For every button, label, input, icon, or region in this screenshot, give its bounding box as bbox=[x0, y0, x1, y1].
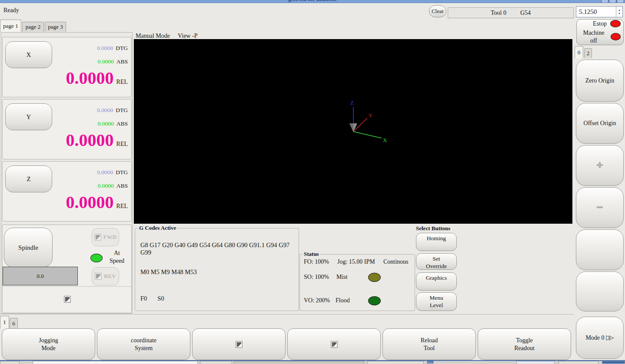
mode-button[interactable]: Mode 0 ▷▷ bbox=[576, 317, 624, 359]
tab-page-1[interactable]: page 1 bbox=[0, 20, 21, 32]
clear-button[interactable]: Clear bbox=[429, 5, 446, 17]
mist-label: Mist bbox=[336, 274, 348, 281]
blank-icon-button-2[interactable] bbox=[287, 328, 381, 360]
tab-page-3[interactable]: page 3 bbox=[45, 22, 66, 32]
estop-row[interactable]: Estop bbox=[579, 20, 621, 28]
button-label: Jogging Mode bbox=[39, 337, 58, 352]
offset-origin-button[interactable]: Offset Origin bbox=[576, 103, 624, 144]
button-label: Reload Tool bbox=[421, 337, 438, 352]
minus-button[interactable]: − bbox=[576, 187, 624, 228]
select-buttons-title: Select Buttons bbox=[416, 225, 450, 232]
toggle-readout-button[interactable]: Toggle Readout bbox=[478, 328, 571, 360]
abs-label: ABS bbox=[116, 58, 128, 65]
dro-panel-y: Y 0.0000 DTG 0.0000 ABS 0.0000 REL bbox=[2, 99, 132, 159]
button-label: Homing bbox=[427, 235, 446, 242]
estop-box: Estop Machine off bbox=[576, 19, 624, 45]
axis-y-button[interactable]: Y bbox=[5, 103, 52, 130]
bottom-tab-6[interactable]: 6 bbox=[10, 318, 18, 328]
notebook-bottom-border bbox=[0, 314, 574, 314]
tab-label: 1 bbox=[3, 319, 6, 326]
missing-image-icon[interactable] bbox=[64, 296, 71, 303]
status-message: Ready bbox=[3, 7, 19, 14]
mode-button-label: Mode 0 bbox=[585, 334, 604, 342]
dtg-value: 0.0000 bbox=[97, 45, 113, 52]
gcodes-active-line: G8 G17 G20 G40 G49 G54 G64 G80 G90 G91.1… bbox=[140, 242, 297, 256]
plus-button[interactable]: + bbox=[576, 145, 624, 186]
tab-label: 0 bbox=[578, 49, 581, 56]
reload-tool-button[interactable]: Reload Tool bbox=[382, 328, 476, 360]
backplot-canvas[interactable]: Z Y X bbox=[134, 39, 572, 224]
axis-z-button[interactable]: Z bbox=[5, 165, 52, 192]
axis-button-label: X bbox=[27, 51, 31, 59]
rel-value: 0.0000 bbox=[66, 192, 114, 212]
rev-label: REV bbox=[104, 273, 116, 280]
zero-origin-button[interactable]: Zero Origin bbox=[576, 60, 624, 102]
bottom-tab-1[interactable]: 1 bbox=[0, 316, 9, 328]
spindle-panel: Spindle FWD At Speed 0.0 REV bbox=[2, 225, 132, 313]
spin-down-icon[interactable]: ▼ bbox=[618, 12, 621, 15]
button-label: coordinate System bbox=[131, 337, 156, 352]
button-label: Graphics bbox=[426, 275, 447, 282]
flood-label: Flood bbox=[336, 297, 350, 304]
menu-level-button[interactable]: Menu Level bbox=[416, 292, 457, 311]
blank-icon-button-1[interactable] bbox=[192, 328, 286, 360]
blank-button-1[interactable] bbox=[576, 229, 624, 270]
minimize-icon[interactable] bbox=[601, 0, 608, 3]
spindle-speed-bar: 0.0 bbox=[3, 267, 78, 285]
mist-led bbox=[368, 273, 381, 282]
spinbox-value[interactable]: 5.1250 bbox=[576, 8, 616, 16]
set-override-button[interactable]: Set Override bbox=[416, 253, 457, 270]
missing-image-icon bbox=[94, 234, 101, 241]
spindle-button[interactable]: Spindle bbox=[4, 228, 53, 268]
rel-value: 0.0000 bbox=[66, 130, 114, 150]
status-frame-title: Status bbox=[303, 251, 320, 258]
estop-led bbox=[610, 20, 621, 27]
dtg-value: 0.0000 bbox=[97, 169, 113, 176]
spindle-fwd-button[interactable]: FWD bbox=[92, 228, 119, 246]
titlebar: gscreen for linuxcnc bbox=[0, 0, 625, 3]
spindle-button-label: Spindle bbox=[18, 244, 38, 252]
rel-value: 0.0000 bbox=[66, 68, 114, 88]
at-speed-led bbox=[90, 254, 103, 262]
s-code: S0 bbox=[157, 295, 164, 302]
homing-button[interactable]: Homing bbox=[416, 233, 457, 251]
status-frame: Status FO: 100% Jog: 15.00 IPM Continous… bbox=[299, 254, 415, 311]
graphics-button[interactable]: Graphics bbox=[416, 272, 457, 291]
abs-label: ABS bbox=[116, 182, 128, 189]
missing-image-icon bbox=[95, 273, 102, 280]
axis-x-button[interactable]: X bbox=[5, 41, 52, 68]
dtg-label: DTG bbox=[116, 107, 128, 114]
tool-number: Tool 0 bbox=[491, 10, 506, 17]
abs-value: 0.0000 bbox=[98, 58, 114, 65]
jog-rate: Jog: 15.00 IPM bbox=[337, 258, 375, 265]
jog-increment-spinbox[interactable]: 5.1250 ▲ ▼ bbox=[576, 6, 623, 17]
tab-label: 6 bbox=[12, 320, 15, 327]
background-window-segment bbox=[200, 361, 232, 364]
mcodes-line: M0 M5 M9 M48 M53 bbox=[140, 268, 197, 276]
at-speed-label: At Speed bbox=[104, 249, 130, 265]
spin-up-icon[interactable]: ▲ bbox=[618, 8, 621, 12]
spindle-rev-button[interactable]: REV bbox=[92, 267, 119, 285]
minus-icon: − bbox=[597, 201, 603, 215]
machine-off-row[interactable]: Machine off bbox=[579, 29, 621, 44]
maximize-icon[interactable] bbox=[609, 0, 616, 3]
view-label: View -P bbox=[178, 33, 197, 40]
coordinate-system-button[interactable]: coordinate System bbox=[97, 328, 190, 360]
blank-button-2[interactable] bbox=[576, 271, 624, 311]
rel-label: REL bbox=[116, 79, 128, 86]
flood-led bbox=[368, 296, 381, 305]
tab-page-2[interactable]: page 2 bbox=[22, 22, 44, 32]
tab-label: page 3 bbox=[48, 23, 63, 30]
right-tab-0[interactable]: 0 bbox=[575, 46, 583, 58]
close-icon[interactable] bbox=[617, 0, 624, 3]
right-tab-2[interactable]: 2 bbox=[584, 48, 592, 58]
velocity-override: VO: 200% bbox=[304, 297, 330, 304]
z-axis-label: Z bbox=[350, 99, 354, 106]
background-window-segment bbox=[33, 361, 198, 364]
dtg-value: 0.0000 bbox=[97, 107, 113, 114]
spindle-speed-value: 0.0 bbox=[37, 273, 43, 280]
background-window-icon bbox=[427, 361, 433, 364]
jogging-mode-button[interactable]: Jogging Mode bbox=[2, 328, 95, 360]
plus-icon: + bbox=[597, 159, 603, 173]
spinner-arrows[interactable]: ▲ ▼ bbox=[616, 7, 622, 17]
